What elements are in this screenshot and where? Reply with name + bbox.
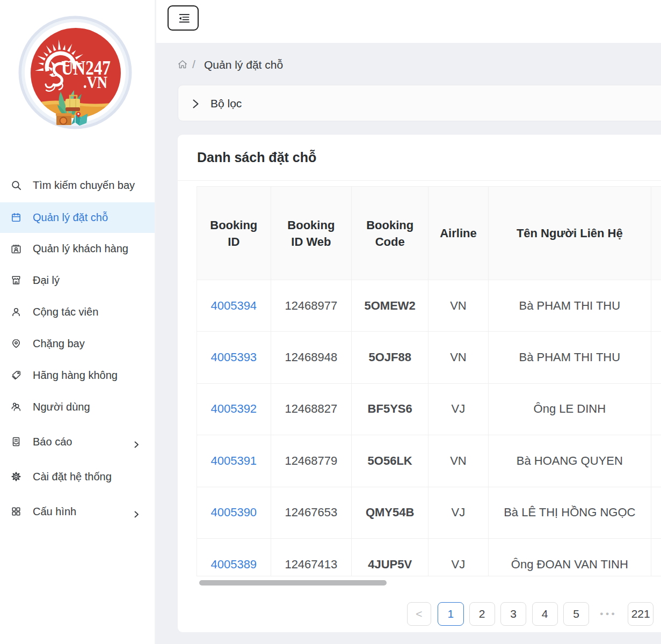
svg-text:.VN: .VN: [83, 72, 107, 92]
